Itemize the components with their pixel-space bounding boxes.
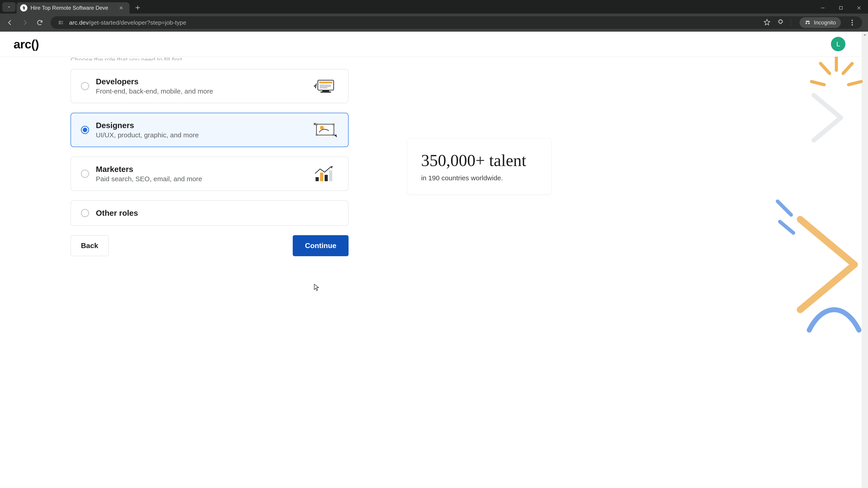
- option-desc: UI/UX, product, graphic, and more: [96, 131, 311, 139]
- svg-rect-7: [319, 82, 332, 84]
- option-desc: Paid search, SEO, email, and more: [96, 175, 311, 183]
- promo-headline: 350,000+ talent: [421, 151, 537, 170]
- svg-rect-16: [315, 177, 319, 181]
- decorative-graphics: [741, 57, 868, 488]
- browser-titlebar: ↯ Hire Top Remote Software Deve: [0, 0, 868, 13]
- option-title: Marketers: [96, 165, 311, 174]
- window-maximize-button[interactable]: [832, 2, 850, 13]
- tab-favicon: ↯: [20, 4, 27, 11]
- option-other-roles[interactable]: Other roles: [70, 200, 348, 226]
- mouse-cursor-icon: [314, 284, 320, 291]
- tab-close-button[interactable]: [118, 4, 125, 11]
- browser-menu-button[interactable]: [848, 19, 857, 26]
- svg-rect-19: [329, 170, 332, 181]
- content-area: Choose the role that you need to fill fi…: [0, 57, 868, 488]
- window-minimize-button[interactable]: [814, 2, 832, 13]
- page-viewport: arc() L Choose the role that you need to…: [0, 32, 868, 488]
- svg-point-2: [62, 23, 63, 24]
- new-tab-button[interactable]: [133, 3, 143, 13]
- back-button[interactable]: Back: [70, 235, 109, 256]
- svg-rect-12: [333, 124, 334, 125]
- promo-card: 350,000+ talent in 190 countries worldwi…: [407, 138, 552, 195]
- option-title: Designers: [96, 121, 311, 130]
- svg-point-1: [62, 21, 63, 22]
- option-title: Other roles: [96, 208, 338, 218]
- user-avatar[interactable]: L: [831, 37, 845, 51]
- tab-title: Hire Top Remote Software Deve: [31, 5, 115, 11]
- window-close-button[interactable]: [850, 2, 868, 13]
- svg-rect-0: [839, 6, 842, 9]
- option-desc: Front-end, back-end, mobile, and more: [96, 88, 311, 95]
- site-info-icon[interactable]: [56, 18, 65, 27]
- continue-button[interactable]: Continue: [293, 235, 348, 256]
- address-bar[interactable]: arc.dev/get-started/developer?step=job-t…: [51, 16, 862, 29]
- page-subtitle-clipped: Choose the role that you need to fill fi…: [70, 57, 184, 60]
- browser-toolbar: arc.dev/get-started/developer?step=job-t…: [0, 13, 868, 32]
- option-marketers[interactable]: Marketers Paid search, SEO, email, and m…: [70, 157, 348, 191]
- window-controls: [814, 2, 868, 13]
- svg-rect-13: [316, 134, 317, 135]
- form-actions: Back Continue: [70, 235, 348, 256]
- nav-back-button[interactable]: [3, 16, 17, 29]
- developers-illustration-icon: [311, 77, 338, 95]
- option-title: Developers: [96, 77, 311, 86]
- radio-icon[interactable]: [81, 209, 89, 217]
- browser-tab[interactable]: ↯ Hire Top Remote Software Deve: [17, 2, 129, 13]
- option-designers[interactable]: Designers UI/UX, product, graphic, and m…: [70, 113, 348, 147]
- incognito-indicator[interactable]: Incognito: [800, 17, 841, 28]
- nav-forward-button[interactable]: [18, 16, 32, 29]
- site-header: arc() L: [0, 32, 868, 57]
- designers-illustration-icon: [311, 121, 338, 139]
- svg-rect-10: [316, 124, 334, 135]
- marketers-illustration-icon: [311, 165, 338, 183]
- svg-rect-8: [322, 90, 329, 92]
- nav-reload-button[interactable]: [33, 16, 46, 29]
- svg-point-4: [851, 22, 853, 23]
- svg-rect-14: [333, 134, 334, 135]
- role-options: Developers Front-end, back-end, mobile, …: [70, 69, 348, 256]
- svg-point-3: [851, 20, 853, 21]
- url-text: arc.dev/get-started/developer?step=job-t…: [69, 19, 186, 26]
- svg-rect-17: [320, 173, 323, 181]
- radio-icon[interactable]: [81, 82, 89, 90]
- bookmark-icon[interactable]: [764, 19, 770, 26]
- svg-point-5: [851, 24, 853, 26]
- radio-icon[interactable]: [81, 126, 89, 134]
- option-developers[interactable]: Developers Front-end, back-end, mobile, …: [70, 69, 348, 103]
- site-logo[interactable]: arc(): [13, 37, 39, 51]
- extensions-icon[interactable]: [777, 19, 784, 26]
- promo-subline: in 190 countries worldwide.: [421, 174, 537, 182]
- svg-point-15: [320, 126, 324, 130]
- radio-icon[interactable]: [81, 170, 89, 178]
- svg-rect-18: [324, 175, 328, 181]
- tab-search-button[interactable]: [2, 2, 16, 12]
- svg-rect-11: [316, 124, 317, 125]
- svg-rect-9: [320, 92, 331, 93]
